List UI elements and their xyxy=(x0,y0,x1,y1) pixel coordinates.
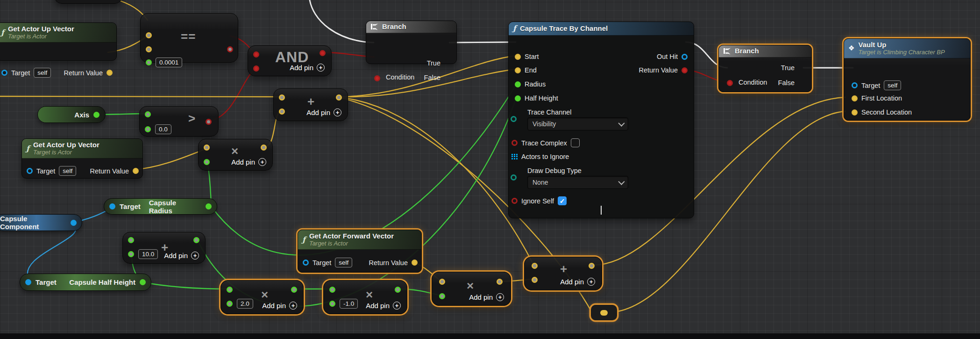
input-pin[interactable] xyxy=(279,108,285,115)
add-pin-button[interactable]: Add pin xyxy=(469,293,504,301)
input-pin[interactable] xyxy=(439,293,445,299)
condition-pin[interactable] xyxy=(374,75,380,81)
result-pin[interactable] xyxy=(193,237,199,243)
input-pin[interactable] xyxy=(145,111,151,117)
node-multiply-neg1[interactable]: -1.0 × Add pin xyxy=(323,280,407,314)
input-pin[interactable] xyxy=(204,144,210,151)
self-value[interactable]: self xyxy=(884,80,901,90)
trace-complex-pin[interactable] xyxy=(511,140,518,146)
return-value-pin[interactable] xyxy=(107,70,113,76)
axis-output-pin[interactable] xyxy=(93,112,99,118)
input-pin[interactable] xyxy=(532,277,538,283)
input-pin[interactable] xyxy=(532,263,538,269)
node-get-capsule-half-height[interactable]: Target Capsule Half Height xyxy=(20,274,151,291)
target-pin[interactable] xyxy=(852,82,858,88)
node-capsule-trace-by-channel[interactable]: ƒ Capsule Trace By Channel Start End Rad… xyxy=(508,22,694,218)
half-height-pin[interactable] xyxy=(515,95,521,101)
input-pin[interactable] xyxy=(128,237,134,243)
self-value[interactable]: self xyxy=(335,258,352,267)
input-pin[interactable] xyxy=(253,51,259,58)
add-pin-button[interactable]: Add pin xyxy=(164,252,199,260)
multiply-value[interactable]: -1.0 xyxy=(340,299,358,309)
end-pin[interactable] xyxy=(515,67,521,73)
node-add-10[interactable]: 10.0 + Add pin xyxy=(122,232,206,264)
return-value-pin[interactable] xyxy=(412,260,418,266)
ignore-self-checkbox[interactable]: ✓ xyxy=(558,196,567,205)
target-pin[interactable] xyxy=(109,203,115,209)
add-pin-button[interactable]: Add pin xyxy=(290,64,325,72)
node-get-actor-up-vector-2[interactable]: ƒ Get Actor Up Vector Target is Actor Ta… xyxy=(21,138,143,179)
blueprint-graph-canvas[interactable]: ƒ Get Actor Up Vector Target is Actor Ta… xyxy=(0,0,980,339)
node-multiply-top[interactable]: × Add pin xyxy=(198,139,273,171)
out-hit-pin[interactable] xyxy=(682,54,688,60)
input-pin[interactable] xyxy=(146,32,152,38)
add-value[interactable]: 10.0 xyxy=(138,249,158,259)
node-add-bottom[interactable]: + Add pin xyxy=(524,257,602,290)
result-pin[interactable] xyxy=(395,287,401,293)
partial-node-top[interactable] xyxy=(54,0,122,4)
input-pin[interactable] xyxy=(253,65,259,72)
trace-complex-checkbox[interactable] xyxy=(571,138,580,147)
capsule-component-output-pin[interactable] xyxy=(71,220,77,226)
reroute-pin[interactable] xyxy=(600,310,608,316)
node-branch-1[interactable]: Branch Condition True False xyxy=(366,21,457,64)
add-pin-button[interactable]: Add pin xyxy=(231,158,266,166)
node-multiply-bottom[interactable]: × Add pin xyxy=(432,272,511,306)
node-get-capsule-radius[interactable]: Target Capsule Radius xyxy=(104,198,217,215)
trace-channel-dropdown[interactable]: Visibility xyxy=(527,117,628,130)
node-get-actor-up-vector-1[interactable]: ƒ Get Actor Up Vector Target is Actor Ta… xyxy=(0,22,117,61)
result-pin[interactable] xyxy=(497,279,503,285)
radius-pin[interactable] xyxy=(515,81,521,87)
input-pin[interactable] xyxy=(146,46,152,52)
trace-channel-pin[interactable] xyxy=(511,116,517,122)
node-branch-2[interactable]: Branch Condition True False xyxy=(718,45,812,92)
input-pin[interactable] xyxy=(329,301,335,307)
node-vault-up[interactable]: ❖ Vault Up Target is Climbing Character … xyxy=(844,38,971,121)
capsule-half-height-output-pin[interactable] xyxy=(140,279,146,285)
expand-node-button[interactable] xyxy=(601,206,602,214)
add-pin-button[interactable]: Add pin xyxy=(560,278,595,286)
target-pin[interactable] xyxy=(303,260,309,266)
self-value[interactable]: self xyxy=(59,166,76,176)
add-pin-button[interactable]: Add pin xyxy=(366,302,401,310)
condition-pin[interactable] xyxy=(727,80,733,86)
result-pin[interactable] xyxy=(206,119,212,125)
reroute-node[interactable] xyxy=(591,305,617,320)
input-pin[interactable] xyxy=(145,126,151,132)
tolerance-pin[interactable] xyxy=(146,59,152,65)
return-value-pin[interactable] xyxy=(133,168,139,174)
self-value[interactable]: self xyxy=(34,68,51,78)
result-pin[interactable] xyxy=(336,94,342,101)
node-get-actor-forward-vector[interactable]: ƒ Get Actor Forward Vector Target is Act… xyxy=(298,230,422,273)
input-pin[interactable] xyxy=(329,287,335,293)
node-and[interactable]: AND Add pin xyxy=(248,45,332,76)
target-pin[interactable] xyxy=(1,70,7,76)
ignore-self-pin[interactable] xyxy=(511,198,518,204)
result-pin[interactable] xyxy=(320,50,326,56)
node-capsule-component[interactable]: Capsule Component xyxy=(0,214,82,231)
node-axis-parameter[interactable]: Axis xyxy=(37,106,106,123)
result-pin[interactable] xyxy=(261,144,267,151)
result-pin[interactable] xyxy=(291,287,297,293)
start-pin[interactable] xyxy=(515,54,521,60)
result-pin[interactable] xyxy=(589,263,595,269)
node-greater-than[interactable]: 0.0 > xyxy=(139,106,219,137)
input-pin[interactable] xyxy=(439,279,445,285)
draw-debug-dropdown[interactable]: None xyxy=(527,176,628,189)
input-pin[interactable] xyxy=(204,159,210,165)
second-location-pin[interactable] xyxy=(852,109,858,115)
return-value-pin[interactable] xyxy=(682,67,688,73)
add-pin-button[interactable]: Add pin xyxy=(262,302,297,310)
input-pin[interactable] xyxy=(227,287,233,293)
input-pin[interactable] xyxy=(279,94,285,101)
target-pin[interactable] xyxy=(25,279,31,285)
result-pin[interactable] xyxy=(227,46,233,52)
draw-debug-pin[interactable] xyxy=(511,174,517,180)
capsule-radius-output-pin[interactable] xyxy=(206,203,212,209)
input-pin[interactable] xyxy=(227,301,233,307)
node-equal[interactable]: 0.0001 == xyxy=(140,13,238,63)
tolerance-value[interactable]: 0.0001 xyxy=(156,58,182,67)
first-location-pin[interactable] xyxy=(852,95,858,101)
add-pin-button[interactable]: Add pin xyxy=(306,108,341,116)
input-pin[interactable] xyxy=(128,251,134,257)
